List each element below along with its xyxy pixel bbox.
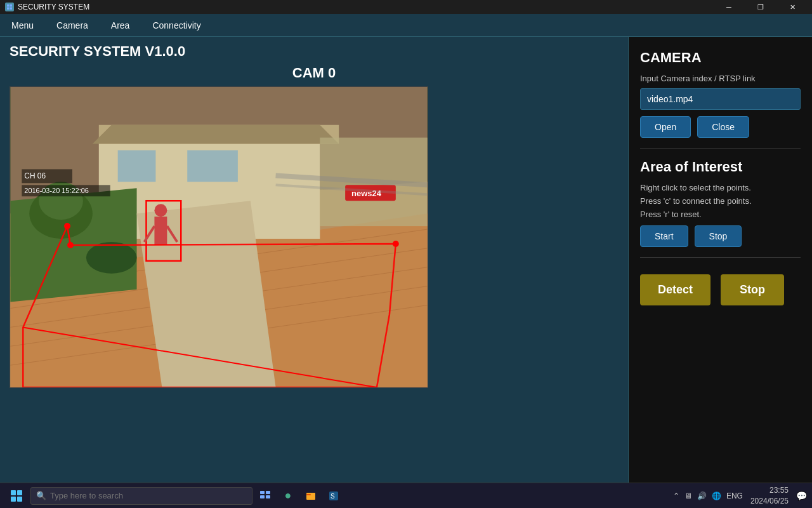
svg-rect-31 [154, 217, 167, 245]
aoi-hint1: Right click to select the points. [640, 183, 801, 192]
svg-rect-42 [260, 491, 265, 494]
tray-lang: ENG [726, 491, 743, 500]
close-camera-button[interactable]: Close [697, 116, 749, 138]
aoi-hint3: Press 'r' to reset. [640, 210, 801, 219]
cam-label: CAM 0 [10, 65, 619, 81]
svg-rect-16 [187, 150, 238, 182]
stop-button[interactable]: Stop [721, 274, 784, 305]
aoi-btn-row: Start Stop [640, 225, 801, 247]
clock: 23:55 2024/06/25 [750, 485, 789, 507]
camera-section: CAMERA Input Camera index / RTSP link Op… [640, 50, 801, 149]
camera-input[interactable] [640, 88, 801, 110]
aoi-hint2: Press 'c' to connect the points. [640, 196, 801, 206]
svg-rect-44 [260, 495, 265, 498]
taskbar-icon-chrome[interactable]: ● [278, 486, 298, 506]
svg-text:CH 06: CH 06 [24, 171, 46, 180]
taskbar-left: 🔍 ● S [5, 485, 344, 507]
menu-item-camera[interactable]: Camera [45, 14, 100, 37]
svg-text:S: S [331, 493, 335, 500]
svg-rect-0 [7, 4, 10, 7]
restore-button[interactable]: ❐ [746, 0, 775, 14]
camera-feed: news24 CH 06 2016-03-20 15:22:06 [10, 86, 428, 388]
tray-network-icon: 🌐 [712, 491, 721, 500]
taskbar-icon-taskview[interactable] [255, 486, 275, 506]
detect-stop-row: Detect Stop [640, 274, 801, 305]
start-button[interactable] [5, 485, 28, 507]
tray-arrow[interactable]: ⌃ [673, 491, 679, 500]
clock-time: 23:55 [750, 485, 789, 496]
svg-rect-2 [7, 8, 10, 10]
sys-tray: ⌃ 🖥 🔊 🌐 ENG [673, 491, 743, 500]
taskbar-icon-files[interactable] [301, 486, 321, 506]
aoi-section: Area of Interest Right click to select t… [640, 159, 801, 258]
svg-point-30 [154, 204, 167, 217]
search-input[interactable] [50, 491, 247, 500]
title-bar-left: SECURITY SYSTEM [5, 3, 89, 11]
svg-rect-47 [306, 494, 311, 495]
camera-section-title: CAMERA [640, 50, 801, 66]
tray-volume-icon: 🔊 [697, 491, 707, 500]
svg-marker-14 [93, 125, 339, 144]
svg-point-39 [393, 241, 399, 247]
title-bar-text: SECURITY SYSTEM [18, 3, 89, 11]
svg-rect-1 [10, 4, 13, 7]
app-icon [5, 3, 14, 11]
svg-point-22 [86, 242, 137, 274]
menu-item-connectivity[interactable]: Connectivity [141, 14, 212, 37]
taskbar-icon-app[interactable]: S [324, 486, 344, 506]
svg-rect-15 [118, 150, 156, 182]
camera-btn-row: Open Close [640, 116, 801, 138]
svg-rect-3 [10, 8, 13, 10]
notification-icon[interactable]: 💬 [796, 491, 807, 501]
detect-section: Detect Stop [640, 268, 801, 316]
main-content: SECURITY SYSTEM V1.0.0 CAM 0 [0, 37, 812, 483]
menu-item-menu[interactable]: Menu [0, 14, 45, 37]
svg-rect-46 [306, 493, 315, 500]
menu-item-area[interactable]: Area [100, 14, 141, 37]
search-icon: 🔍 [36, 491, 46, 500]
aoi-stop-button[interactable]: Stop [695, 225, 742, 247]
title-bar: SECURITY SYSTEM ─ ❐ ✕ [0, 0, 812, 14]
app-title: SECURITY SYSTEM V1.0.0 [10, 43, 619, 60]
menu-bar: Menu Camera Area Connectivity [0, 14, 812, 37]
detect-button[interactable]: Detect [640, 274, 710, 305]
aoi-start-button[interactable]: Start [640, 225, 688, 247]
open-button[interactable]: Open [640, 116, 691, 138]
tray-display-icon: 🖥 [684, 491, 692, 500]
close-button[interactable]: ✕ [778, 0, 807, 14]
right-panel: CAMERA Input Camera index / RTSP link Op… [628, 37, 812, 483]
taskbar: 🔍 ● S ⌃ 🖥 🔊 🌐 ENG 23:55 2024/06/25 💬 [0, 483, 812, 508]
clock-date: 2024/06/25 [750, 496, 789, 507]
camera-input-label: Input Camera index / RTSP link [640, 74, 801, 83]
minimize-button[interactable]: ─ [714, 0, 743, 14]
search-bar[interactable]: 🔍 [30, 487, 252, 505]
title-bar-controls: ─ ❐ ✕ [714, 0, 807, 14]
svg-rect-45 [266, 495, 270, 498]
svg-rect-43 [266, 491, 270, 494]
taskbar-right: ⌃ 🖥 🔊 🌐 ENG 23:55 2024/06/25 💬 [673, 485, 807, 507]
left-panel: SECURITY SYSTEM V1.0.0 CAM 0 [0, 37, 628, 483]
windows-icon [11, 490, 22, 502]
svg-text:2016-03-20 15:22:06: 2016-03-20 15:22:06 [24, 187, 89, 194]
aoi-section-title: Area of Interest [640, 159, 801, 175]
